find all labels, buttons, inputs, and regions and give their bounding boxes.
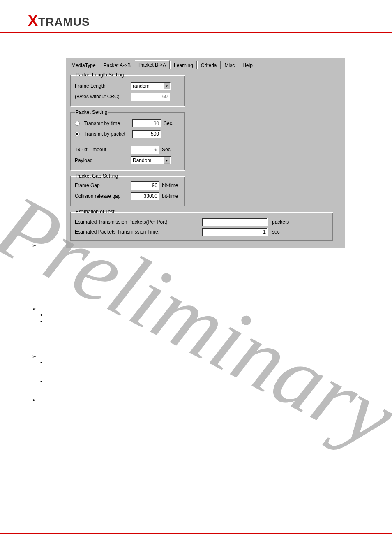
frame-length-select[interactable]: random ▼ [131,82,171,90]
group-packet-setting: Packet Setting Transmit by time 30 Sec. … [70,109,185,171]
tab-strip: MediaType Packet A->B Packet B->A Learni… [66,58,345,69]
collision-release-gap-value[interactable]: 33000 [131,192,159,200]
tab-misc[interactable]: Misc [221,61,239,69]
payload-select[interactable]: Random ▼ [131,156,171,164]
tab-learning[interactable]: Learning [170,61,197,69]
bullet-tri-icon: ➢ [32,243,42,248]
transmit-by-packet-label: Transmit by packet [84,131,130,137]
logo-text: TRAMUS [38,16,90,28]
tab-packet-b-a[interactable]: Packet B->A [135,60,170,69]
bullet-dot-icon: • [40,318,42,325]
frame-gap-value[interactable]: 96 [131,181,159,190]
chevron-down-icon[interactable]: ▼ [164,157,170,164]
transmit-by-time-label: Transmit by time [84,120,130,126]
bullet-tri-icon: ➢ [32,397,42,403]
footer-rule [0,533,392,534]
page-content: MediaType Packet A->B Packet B->A Learni… [0,33,392,248]
bullet-dot-icon: • [40,378,42,385]
chevron-down-icon[interactable]: ▼ [164,83,170,89]
logo: XTRAMUS [28,16,90,28]
tab-mediatype[interactable]: MediaType [68,61,99,69]
bytes-without-crc-value: 60 [131,92,170,101]
estimated-time-value: 1 [202,228,268,236]
estimated-packets-value [202,218,268,226]
radio-transmit-by-time[interactable] [75,121,80,126]
bullet-dot-icon: • [40,359,42,366]
tab-packet-a-b[interactable]: Packet A->B [100,61,134,69]
estimated-time-label: Estimated Packets Transmission Time: [75,229,202,235]
settings-dialog: MediaType Packet A->B Packet B->A Learni… [66,58,345,248]
group-packet-setting-legend: Packet Setting [75,109,108,115]
txpkt-timeout-label: TxPkt Timeout [75,147,128,153]
frame-length-label: Frame Length [75,83,128,89]
bullet-dot-icon: • [40,312,42,318]
tab-criteria[interactable]: Criteria [197,61,221,69]
logo-x: X [28,12,38,29]
bullet-tri-icon: ➢ [32,354,42,359]
frame-gap-unit: bit-time [162,183,178,188]
frame-gap-label: Frame Gap [75,183,128,188]
transmit-by-time-value[interactable]: 30 [132,119,161,127]
tab-panel: Packet Length Setting Frame Length rando… [68,69,343,246]
txpkt-timeout-value[interactable]: 6 [131,146,159,154]
transmit-by-packet-value[interactable]: 500 [132,130,161,138]
collision-release-gap-label: Collision release gap [75,193,128,199]
logo-bar: XTRAMUS [0,0,392,30]
group-packet-length: Packet Length Setting Frame Length rando… [70,72,185,107]
frame-length-select-value: random [133,83,150,89]
estimated-packets-unit: packets [272,219,289,225]
bullet-tri-icon: ➢ [32,306,42,312]
transmit-by-time-unit: Sec. [164,120,173,126]
group-packet-length-legend: Packet Length Setting [75,72,125,78]
group-packet-gap: Packet Gap Setting Frame Gap 96 bit-time… [70,173,185,206]
group-estimation: Estimation of Test Estimated Transmissio… [70,209,333,241]
group-estimation-legend: Estimation of Test [75,209,115,215]
payload-select-value: Random [133,157,151,163]
payload-label: Payload [75,157,128,163]
radio-transmit-by-packet[interactable] [75,132,80,136]
tab-help[interactable]: Help [239,61,256,69]
estimated-time-unit: sec [272,229,280,235]
txpkt-timeout-unit: Sec. [162,147,172,153]
outline-markers: ➢ ➢ • • ➢ • • ➢ [32,243,42,403]
group-packet-gap-legend: Packet Gap Setting [75,173,119,179]
collision-release-gap-unit: bit-time [162,193,178,199]
bytes-without-crc-label: (Bytes without CRC) [75,94,128,99]
estimated-packets-label: Estimated Transmission Packets(Per Port)… [75,219,202,225]
